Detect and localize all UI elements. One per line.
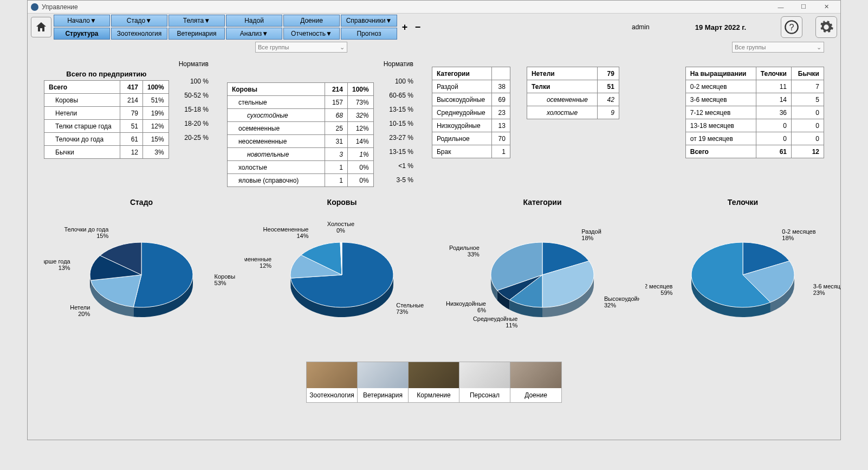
menu-справочники[interactable]: Справочники▼ [341,15,397,27]
footer-card[interactable]: Зоотехнология [307,362,358,402]
svg-text:23%: 23% [813,289,825,296]
pie-chart: Раздой18%Высокоудойные32%Среднеудойные11… [445,210,640,351]
close-button[interactable]: ✕ [815,2,837,12]
menu-анализ[interactable]: Анализ▼ [226,28,282,40]
home-button[interactable] [31,17,51,37]
svg-text:Стельные: Стельные [396,302,424,308]
menu-зоотехнология[interactable]: Зоотехнология [111,28,167,40]
menu-отчетность[interactable]: Отчетность▼ [283,28,340,40]
plus-button[interactable]: + [399,22,410,33]
table-row: Раздой38 [432,80,510,93]
menu-структура[interactable]: Структура [54,28,110,40]
table-row: сухостойные6832% [227,109,373,122]
pie-chart: Коровы53%Нетели20%Телки старше года13%Те… [44,210,239,351]
svg-text:0%: 0% [336,227,345,234]
svg-text:Неосемененные: Неосемененные [263,226,309,233]
svg-text:53%: 53% [215,280,226,286]
svg-text:15%: 15% [96,233,108,239]
footer-card[interactable]: Доение [510,362,561,402]
data-table: Всего417100%Коровы21451%Нетели7919%Телки… [44,80,169,159]
svg-text:3-6 месяцев: 3-6 месяцев [813,283,840,289]
svg-text:13%: 13% [59,265,70,271]
help-button[interactable]: ? [781,16,802,38]
menu-grid: Начало▼Стадо▼Телята▼НадойДоениеСправочни… [54,15,397,40]
menu-стадо[interactable]: Стадо▼ [111,15,167,27]
chart-title: Категории [445,198,640,207]
svg-text:Родильное: Родильное [449,244,480,251]
table-row: Родильное70 [432,132,510,145]
menu-телята[interactable]: Телята▼ [169,15,225,27]
card-image [459,362,510,388]
table-row: Бычки123% [44,146,169,159]
table-row: Нетели79 [527,67,619,80]
data-table: Коровы214100%стельные15773%сухостойные68… [227,82,374,187]
app-icon [31,3,38,11]
svg-text:?: ? [789,22,794,32]
svg-text:0-2 месяцев: 0-2 месяцев [782,228,815,235]
svg-text:Низкоудойные: Низкоудойные [446,300,486,307]
footer-card[interactable]: Ветеринария [358,362,409,402]
table-row: яловые (справочно)10% [227,174,373,187]
card-image [409,362,459,388]
table-row: Брак1 [432,145,510,158]
menu-ветеринария[interactable]: Ветеринария [169,28,225,40]
menu-надой[interactable]: Надой [226,15,282,27]
svg-text:33%: 33% [468,251,480,257]
group-select-left[interactable]: Все группы⌄ [255,42,347,53]
svg-text:Осемененные: Осемененные [244,256,271,262]
tables-row: Всего по предприятиюВсего417100%Коровы21… [44,57,824,187]
svg-text:Нетели: Нетели [70,304,90,311]
user-label: admin [632,23,650,31]
table-row: новотельные31% [227,148,373,161]
table-row: 3-6 месяцев145 [685,93,824,106]
minus-button[interactable]: − [412,22,423,33]
card-image [358,362,408,388]
footer-card[interactable]: Кормление [409,362,459,402]
chevron-down-icon: ⌄ [340,44,345,51]
table-row: осемененные42 [527,93,619,106]
pie-chart: Стельные73%Осемененные12%Неосемененные14… [244,210,439,351]
svg-text:59%: 59% [660,289,672,296]
table-row: Высокоудойные69 [432,93,510,106]
table-row: Коровы21451% [44,94,169,107]
menu-доение[interactable]: Доение [283,15,340,27]
table-row: Коровы214100% [227,83,373,96]
minimize-button[interactable]: — [770,2,792,12]
table-row: 13-18 месяцев00 [685,119,824,132]
svg-text:Телки старше года: Телки старше года [44,258,71,265]
question-icon: ? [784,20,799,35]
table-row: Низкоудойные13 [432,119,510,132]
settings-button[interactable] [815,16,837,38]
menu-прогноз[interactable]: Прогноз [341,28,397,40]
table-title: Всего по предприятию [44,70,169,78]
table-row: холостые10% [227,161,373,174]
footer-card[interactable]: Персонал [459,362,510,402]
table-row: Нетели7919% [44,107,169,120]
toolbar: Начало▼Стадо▼Телята▼НадойДоениеСправочни… [28,14,840,41]
svg-text:6%: 6% [477,307,486,313]
chevron-down-icon: ⌄ [817,44,821,51]
content: Всего по предприятиюВсего417100%Коровы21… [28,54,840,440]
group-select-right[interactable]: Все группы⌄ [732,42,824,53]
table-row: Среднеудойные23 [432,106,510,119]
svg-text:20%: 20% [78,311,90,317]
pie-chart: 0-2 месяцев18%3-6 месяцев23%7-12 месяцев… [645,210,840,351]
svg-text:Раздой: Раздой [581,228,601,235]
svg-text:Среднеудойные: Среднеудойные [473,316,517,322]
card-label: Ветеринария [358,388,408,402]
categories-table: КатегорииРаздой38Высокоудойные69Среднеуд… [432,67,510,158]
card-label: Кормление [409,388,459,402]
heifers-table: Нетели79Телки51осемененные42холостые9 [527,67,619,119]
table-row: Всего6112 [685,145,824,158]
svg-text:11%: 11% [506,322,517,329]
chart-block: КоровыСтельные73%Осемененные12%Неосемене… [244,198,439,351]
svg-text:Высокоудойные: Высокоудойные [604,295,640,302]
card-label: Зоотехнология [307,388,357,402]
svg-text:18%: 18% [782,235,794,241]
table-row: холостые9 [527,106,619,119]
card-label: Доение [510,388,561,402]
gear-icon [819,20,834,35]
table-row: осемененные2512% [227,122,373,135]
menu-начало[interactable]: Начало▼ [54,15,110,27]
maximize-button[interactable]: ☐ [793,2,814,12]
